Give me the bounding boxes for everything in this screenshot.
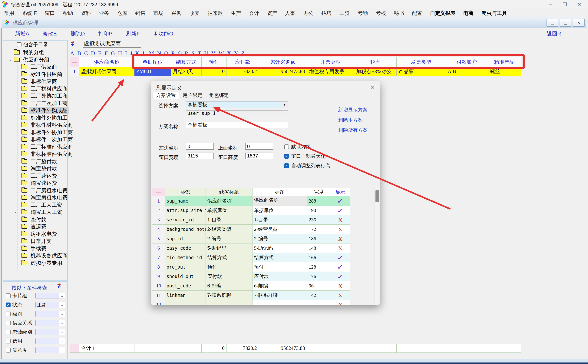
grid-row-6[interactable]: 6easy_code5-助记码5-助记码148X: [152, 243, 350, 253]
tree-item-22[interactable]: 工厂工人工资: [3, 202, 67, 209]
table-cell-3[interactable]: 0: [202, 67, 227, 76]
supplier-table-row[interactable]: 1虚拟测试供应商ZM001月结30天07820.29562473.88增值税专用…: [70, 67, 521, 76]
filter-checkbox-4[interactable]: [6, 321, 11, 325]
alphabet-link-S[interactable]: S: [192, 50, 195, 56]
tree-item-30[interactable]: 虚拟小琴专用: [3, 260, 67, 267]
menu-item-12[interactable]: 往来款: [204, 10, 227, 17]
table-header-cell-0[interactable]: —: [70, 57, 79, 67]
grid-header-cell-3[interactable]: 标题: [252, 188, 307, 196]
menu-item-15[interactable]: 资产: [263, 10, 281, 17]
menu-item-8[interactable]: 销售: [131, 10, 149, 17]
top-coord-input[interactable]: [245, 143, 273, 150]
tree-item-17[interactable]: 淘宝垫付款: [3, 165, 67, 172]
menu-item-3[interactable]: 窗口: [41, 10, 59, 17]
tree-item-9[interactable]: 标准件外购成品: [3, 107, 67, 114]
alphabet-link-A[interactable]: A: [70, 50, 74, 56]
table-header-cell-9[interactable]: 发票类型: [397, 57, 446, 67]
tree-item-25[interactable]: 速运费: [3, 223, 67, 230]
menu-item-6[interactable]: 业务: [95, 10, 113, 17]
grid-header-cell-5[interactable]: 显示: [331, 188, 350, 196]
menu-item-24[interactable]: 自定义报表: [426, 10, 459, 17]
toolbar-e-button[interactable]: 修改E: [43, 30, 57, 37]
tree-item-7[interactable]: 工厂外协加工商: [3, 92, 67, 100]
alphabet-link-P[interactable]: P: [171, 50, 175, 56]
grid-cell-show[interactable]: X: [331, 225, 350, 234]
filter-select-7[interactable]: ⌄: [35, 347, 65, 353]
table-header-cell-7[interactable]: 开票类型: [307, 57, 354, 67]
grid-row-4[interactable]: 4background_notes2-经营类型2-经营类型172X: [152, 225, 350, 234]
table-header-cell-5[interactable]: 应付款: [227, 57, 259, 67]
chevron-down-icon[interactable]: ⌄: [8, 57, 12, 62]
tree-item-1[interactable]: 我的分组: [3, 49, 67, 56]
combobox-dropdown-icon[interactable]: ▼: [281, 101, 288, 108]
table-header-cell-1[interactable]: 供应商名称: [79, 57, 135, 67]
dialog-tab-1[interactable]: 方案设置: [153, 92, 179, 99]
table-header-cell-6[interactable]: 累计采购额: [259, 57, 307, 67]
table-header-cell-10[interactable]: 付款账户: [446, 57, 488, 67]
toolbar-p-button[interactable]: 打印P: [98, 30, 113, 37]
menu-item-23[interactable]: 配置: [408, 10, 426, 17]
grid-row-9[interactable]: 9should_out应付款应付款176✓: [152, 272, 350, 281]
table-cell-7[interactable]: 加税点+8%对公: [354, 67, 397, 76]
menu-item-5[interactable]: 资料: [77, 10, 95, 17]
alphabet-link-D[interactable]: D: [91, 50, 95, 56]
menu-item-20[interactable]: 考勤: [354, 10, 372, 17]
grid-cell-show[interactable]: X: [331, 243, 350, 253]
filter-checkbox-3[interactable]: [6, 312, 11, 316]
grid-cell-show[interactable]: ✓: [331, 262, 350, 272]
toolbar-d-button[interactable]: 删除D: [70, 30, 85, 37]
grid-cell-show[interactable]: X: [331, 215, 350, 225]
menu-item-21[interactable]: 考核: [372, 10, 390, 17]
tree-item-15[interactable]: 非标标准件供应商: [3, 150, 67, 158]
grid-row-1[interactable]: 1sup_name供应商名称供应商名称288✓: [152, 196, 350, 206]
chevron-right-icon[interactable]: ›: [14, 209, 16, 215]
table-cell-0[interactable]: 虚拟测试供应商: [79, 67, 135, 76]
menu-item-17[interactable]: 办公: [299, 10, 317, 17]
menu-item-16[interactable]: 人事: [281, 10, 299, 17]
search-swap-icon[interactable]: [71, 41, 77, 46]
auto-row-height-checkbox[interactable]: ✓: [284, 163, 289, 168]
dialog-close-icon[interactable]: ✕: [370, 84, 375, 91]
alphabet-link-W[interactable]: W: [219, 50, 224, 56]
grid-header-cell-4[interactable]: 宽度: [307, 188, 331, 196]
table-cell-8[interactable]: 产品票: [397, 67, 446, 76]
grid-header-cell-0[interactable]: —: [152, 188, 165, 196]
alphabet-link-U[interactable]: U: [204, 50, 208, 56]
auto-maximize-checkbox[interactable]: ✓: [284, 154, 289, 159]
grid-row-5[interactable]: 5sup_id2-编号2-编号186X: [152, 234, 350, 243]
tree-item-12[interactable]: 非标件外协加工商: [3, 129, 67, 136]
dialog-tab-3[interactable]: 角色绑定: [206, 92, 232, 99]
dialog-tab-2[interactable]: 用户绑定: [179, 92, 206, 99]
filter-select-6[interactable]: ⌄: [35, 338, 65, 344]
grid-cell-show[interactable]: ✓: [331, 196, 350, 206]
table-header-cell-11[interactable]: 精准产品: [488, 57, 521, 67]
menu-item-25[interactable]: 电商: [459, 10, 478, 17]
grid-header-cell-1[interactable]: 标识: [165, 188, 206, 196]
table-cell-9[interactable]: A,B: [446, 67, 488, 76]
tree-item-8[interactable]: 工厂二次加工商: [3, 100, 67, 107]
table-cell-2[interactable]: 月结30天: [171, 67, 202, 76]
menu-item-10[interactable]: 采购: [168, 10, 186, 17]
tree-item-23[interactable]: ›淘宝工人工资: [3, 208, 67, 216]
scheme-name-input[interactable]: [186, 122, 288, 128]
table-header-cell-3[interactable]: 结算方式: [171, 57, 202, 67]
tree-item-13[interactable]: 非标件二次加工商: [3, 136, 67, 143]
dialog-scrollbar[interactable]: [375, 188, 379, 305]
menu-item-7[interactable]: 仓库: [113, 10, 131, 17]
filter-checkbox-6[interactable]: [6, 339, 11, 344]
alphabet-link-K[interactable]: K: [136, 50, 140, 56]
grid-row-8[interactable]: 8pre_out预付预付128✓: [152, 262, 350, 272]
tree-item-2[interactable]: ⌄供应商分组: [3, 56, 67, 64]
table-header-cell-4[interactable]: 预付: [202, 57, 227, 67]
alphabet-link-F[interactable]: F: [105, 50, 108, 56]
grid-row-11[interactable]: 11linkman7-联系群聊7-联系群聊142X: [152, 291, 350, 300]
filter-checkbox-1[interactable]: [6, 293, 11, 298]
filter-swap-icon[interactable]: [57, 284, 64, 289]
menu-item-13[interactable]: 生产: [227, 10, 245, 17]
filter-select-3[interactable]: ⌄: [35, 311, 65, 317]
minimize-icon[interactable]: ─: [549, 2, 552, 7]
menu-item-19[interactable]: 工资: [336, 10, 354, 17]
window-height-input[interactable]: [245, 153, 273, 159]
menu-item-26[interactable]: 爬虫与工具: [478, 10, 511, 17]
alphabet-link-N[interactable]: N: [157, 50, 161, 56]
